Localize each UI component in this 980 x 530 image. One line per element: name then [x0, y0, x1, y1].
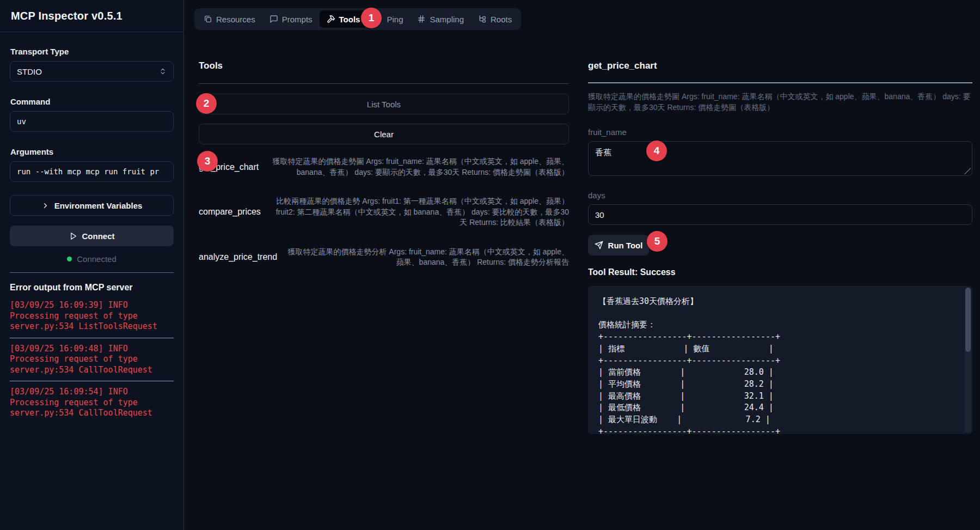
- tools-pane-divider: [199, 83, 569, 84]
- arguments-label: Arguments: [10, 147, 174, 156]
- tree-icon: [478, 15, 487, 23]
- tab-label: Sampling: [430, 15, 464, 24]
- days-label: days: [588, 191, 972, 200]
- tool-description: 獲取特定蔬果的價格走勢分析 Args: fruit_name: 蔬果名稱（中文或…: [285, 247, 569, 268]
- tool-result-text: 【香蕉過去30天價格分析】 價格統計摘要： +-----------------…: [588, 286, 972, 434]
- tool-row-get-price-chart[interactable]: get_price_chart 獲取特定蔬果的價格走勢圖 Args: fruit…: [199, 156, 569, 178]
- sidebar-divider: [10, 272, 174, 273]
- transport-group: Transport Type STDIO: [10, 47, 174, 82]
- arguments-group: Arguments: [10, 147, 174, 182]
- tool-description: 比較兩種蔬果的價格走勢 Args: fruit1: 第一種蔬果名稱（中文或英文，…: [268, 196, 569, 228]
- chevron-right-icon: [41, 202, 50, 210]
- chevrons-up-down-icon: [159, 68, 167, 75]
- tab-tools[interactable]: Tools: [320, 10, 367, 28]
- error-output-heading: Error output from MCP server: [10, 283, 174, 293]
- arguments-input[interactable]: [10, 161, 174, 182]
- send-icon: [595, 241, 603, 249]
- tab-prompts[interactable]: Prompts: [262, 10, 320, 28]
- log-entry: [03/09/25 16:09:54] INFO Processing requ…: [10, 381, 174, 419]
- connected-dot-icon: [67, 257, 72, 261]
- tab-resources[interactable]: Resources: [197, 10, 262, 28]
- clear-label: Clear: [374, 130, 394, 139]
- tab-label: Resources: [216, 15, 255, 24]
- tool-detail-divider: [588, 82, 972, 83]
- tab-bar: Resources Prompts Tools Ping Sampling: [194, 8, 521, 30]
- sidebar-body: Transport Type STDIO Command Arguments: [0, 32, 183, 419]
- tool-name: analyze_price_trend: [199, 252, 277, 262]
- connection-status-label: Connected: [77, 254, 117, 264]
- environment-variables-label: Environment Variables: [54, 201, 143, 210]
- command-group: Command: [10, 97, 174, 132]
- transport-type-label: Transport Type: [10, 47, 174, 56]
- tools-pane-heading: Tools: [199, 60, 569, 72]
- tool-detail-pane: get_price_chart 獲取特定蔬果的價格走勢圖 Args: fruit…: [588, 60, 972, 434]
- files-icon: [204, 15, 212, 23]
- tools-pane: Tools List Tools Clear get_price_chart 獲…: [199, 60, 569, 287]
- tab-label: Tools: [339, 15, 360, 24]
- mcp-inspector-screen: MCP Inspector v0.5.1 Transport Type STDI…: [0, 0, 980, 530]
- connection-status: Connected: [10, 254, 174, 264]
- fruit-name-field[interactable]: 香蕉: [588, 141, 972, 176]
- tool-row-analyze-price-trend[interactable]: analyze_price_trend 獲取特定蔬果的價格走勢分析 Args: …: [199, 247, 569, 268]
- sidebar: MCP Inspector v0.5.1 Transport Type STDI…: [0, 0, 184, 530]
- environment-variables-button[interactable]: Environment Variables: [10, 195, 174, 216]
- connect-label: Connect: [82, 232, 115, 241]
- command-input[interactable]: [10, 111, 174, 132]
- tool-result-heading: Tool Result: Success: [588, 267, 972, 277]
- tab-sampling[interactable]: Sampling: [410, 10, 471, 28]
- connect-button[interactable]: Connect: [10, 226, 174, 246]
- tab-label: Prompts: [282, 15, 313, 24]
- fruit-name-label: fruit_name: [588, 127, 972, 137]
- tool-row-compare-prices[interactable]: compare_prices 比較兩種蔬果的價格走勢 Args: fruit1:…: [199, 196, 569, 228]
- tool-result-panel: 【香蕉過去30天價格分析】 價格統計摘要： +-----------------…: [588, 286, 972, 434]
- hammer-icon: [327, 15, 335, 23]
- annotation-badge-4: 4: [646, 141, 667, 161]
- result-scrollbar-track: [965, 287, 971, 433]
- play-icon: [69, 232, 77, 240]
- list-tools-button[interactable]: List Tools: [199, 94, 569, 114]
- sidebar-header: MCP Inspector v0.5.1: [0, 0, 183, 32]
- error-log-list: [03/09/25 16:09:39] INFO Processing requ…: [10, 300, 174, 419]
- run-tool-label: Run Tool: [608, 241, 643, 250]
- clear-button[interactable]: Clear: [199, 124, 569, 144]
- list-tools-label: List Tools: [367, 100, 401, 109]
- tab-label: Roots: [491, 15, 512, 24]
- command-label: Command: [10, 97, 174, 106]
- tool-description: 獲取特定蔬果的價格走勢圖 Args: fruit_name: 蔬果名稱（中文或英…: [266, 156, 569, 178]
- annotation-badge-1: 1: [361, 8, 382, 28]
- tool-detail-description: 獲取特定蔬果的價格走勢圖 Args: fruit_name: 蔬果名稱（中文或英…: [588, 91, 972, 113]
- annotation-badge-5: 5: [647, 231, 667, 252]
- annotation-badge-3: 3: [197, 151, 218, 172]
- app-title: MCP Inspector v0.5.1: [11, 10, 122, 22]
- tab-label: Ping: [387, 15, 403, 24]
- fruit-name-field-wrap: 香蕉: [588, 141, 972, 176]
- resize-grip-icon[interactable]: [964, 168, 971, 174]
- tool-list: get_price_chart 獲取特定蔬果的價格走勢圖 Args: fruit…: [199, 156, 569, 268]
- annotation-badge-2: 2: [196, 93, 217, 114]
- transport-select[interactable]: STDIO: [10, 61, 174, 82]
- log-entry: [03/09/25 16:09:39] INFO Processing requ…: [10, 300, 174, 332]
- tab-roots[interactable]: Roots: [471, 10, 519, 28]
- result-scrollbar-thumb[interactable]: [965, 288, 971, 352]
- hash-icon: [417, 15, 426, 23]
- run-tool-button[interactable]: Run Tool: [588, 235, 649, 255]
- log-entry: [03/09/25 16:09:48] INFO Processing requ…: [10, 338, 174, 376]
- tool-name: compare_prices: [199, 207, 261, 217]
- tool-detail-title: get_price_chart: [588, 60, 972, 72]
- message-square-icon: [270, 15, 278, 23]
- days-field[interactable]: [588, 204, 972, 225]
- transport-select-value: STDIO: [17, 67, 159, 76]
